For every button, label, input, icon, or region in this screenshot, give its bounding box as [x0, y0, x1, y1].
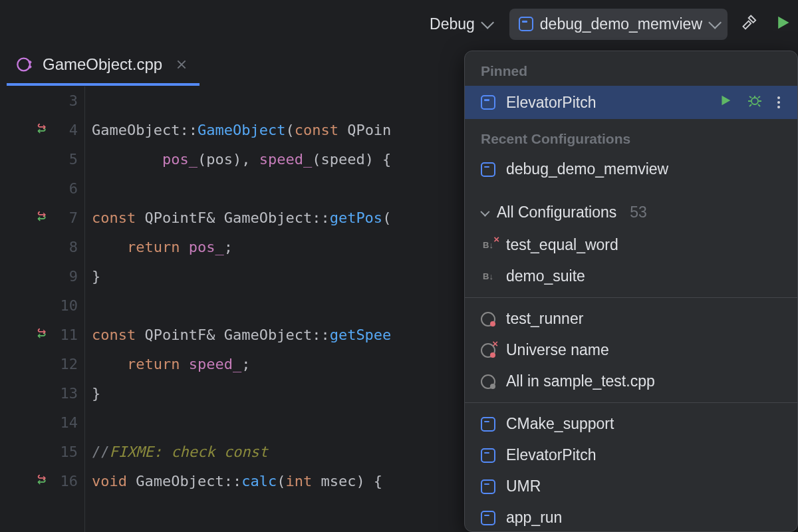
config-item[interactable]: Universe name: [465, 334, 797, 366]
item-actions: [718, 92, 781, 112]
app-icon: [481, 479, 495, 494]
separator: [465, 297, 797, 298]
gutter-row: ↩↪7: [0, 203, 84, 233]
gutter: 3↩↪456↩↪78910↩↪1112131415↩↪16: [0, 86, 85, 532]
section-recent-label: Recent Configurations: [465, 119, 797, 154]
section-pinned-label: Pinned: [465, 51, 797, 86]
item-label: test_equal_word: [506, 236, 618, 254]
item-label: CMake_support: [506, 415, 614, 433]
svg-point-0: [17, 59, 30, 71]
tab-filename: GameObject.cpp: [43, 55, 162, 74]
line-number: 8: [53, 233, 78, 262]
cpp-file-icon: [16, 55, 35, 74]
build-config-label: Debug: [430, 15, 475, 33]
run-config-label: debug_demo_memview: [540, 15, 702, 33]
build-button[interactable]: [737, 13, 763, 35]
config-item[interactable]: UMR: [465, 471, 797, 502]
item-label: ElevatorPitch: [506, 446, 597, 464]
line-number: 3: [53, 86, 78, 116]
item-label: Universe name: [506, 341, 609, 359]
gutter-row: 15: [0, 438, 84, 467]
pinned-item[interactable]: ElevatorPitch: [465, 86, 797, 119]
item-label: UMR: [506, 477, 541, 495]
item-label: All in sample_test.cpp: [506, 372, 655, 390]
config-item[interactable]: ElevatorPitch: [465, 440, 797, 471]
gtest-icon: [481, 312, 495, 327]
gutter-row: 8: [0, 233, 84, 262]
boost-test-icon: B↓: [481, 238, 495, 253]
gutter-row: 10: [0, 291, 84, 321]
recent-item[interactable]: debug_demo_memview: [465, 154, 797, 185]
config-item[interactable]: B↓test_equal_word: [465, 229, 797, 261]
chevron-down-icon: [708, 16, 722, 29]
gutter-row: 3: [0, 86, 84, 116]
boost-test-icon: B↓: [481, 269, 495, 284]
all-configs-toggle[interactable]: All Configurations 53: [465, 196, 797, 229]
line-number: 5: [53, 145, 78, 174]
line-number: 14: [53, 408, 78, 438]
line-number: 7: [53, 203, 78, 233]
app-icon: [481, 511, 495, 525]
tab-file[interactable]: GameObject.cpp: [7, 46, 200, 86]
line-number: 6: [53, 174, 78, 203]
close-tab-button[interactable]: [177, 60, 186, 69]
chevron-down-icon: [481, 16, 494, 29]
gtest-icon: [481, 374, 495, 389]
line-number: 12: [53, 350, 78, 379]
gutter-row: 5: [0, 145, 84, 174]
debug-action[interactable]: [747, 92, 763, 112]
app-icon: [481, 95, 495, 110]
run-action[interactable]: [718, 93, 732, 112]
gutter-row: ↩↪11: [0, 321, 84, 350]
item-label: ElevatorPitch: [506, 94, 597, 112]
config-item[interactable]: test_runner: [465, 303, 797, 334]
gutter-row: 9: [0, 262, 84, 291]
app-icon: [519, 17, 533, 31]
run-configs-popup: Pinned ElevatorPitch Recent Configuratio…: [464, 51, 798, 532]
line-number: 9: [53, 262, 78, 291]
all-configs-count: 53: [630, 203, 647, 221]
config-item[interactable]: B↓demo_suite: [465, 261, 797, 292]
item-label: demo_suite: [506, 267, 585, 285]
line-number: 10: [53, 291, 78, 321]
item-label: test_runner: [506, 310, 583, 328]
config-item[interactable]: All in sample_test.cpp: [465, 366, 797, 397]
gutter-row: 14: [0, 408, 84, 438]
item-label: debug_demo_memview: [506, 160, 668, 178]
toolbar: Debug debug_demo_memview: [0, 0, 798, 48]
gutter-row: ↩↪4: [0, 116, 84, 145]
separator: [465, 402, 797, 403]
gutter-row: ↩↪16: [0, 467, 84, 496]
app-icon: [481, 417, 495, 432]
gutter-row: 6: [0, 174, 84, 203]
run-button[interactable]: [773, 13, 791, 35]
line-number: 15: [53, 438, 78, 467]
all-configs-label: All Configurations: [497, 203, 616, 221]
app-icon: [481, 162, 495, 177]
gutter-row: 12: [0, 350, 84, 379]
svg-point-1: [751, 98, 758, 104]
line-number: 11: [53, 321, 78, 350]
gutter-row: 13: [0, 379, 84, 408]
config-item[interactable]: CMake_support: [465, 408, 797, 440]
config-item[interactable]: app_run: [465, 502, 797, 532]
more-actions[interactable]: [777, 96, 781, 108]
line-number: 16: [53, 467, 78, 496]
chevron-down-icon: [480, 207, 489, 216]
line-number: 4: [53, 116, 78, 145]
run-config-dropdown[interactable]: debug_demo_memview: [509, 9, 728, 40]
app-icon: [481, 448, 495, 463]
line-number: 13: [53, 379, 78, 408]
item-label: app_run: [506, 509, 562, 527]
build-config-dropdown[interactable]: Debug: [420, 10, 500, 39]
gtest-icon: [481, 343, 495, 358]
